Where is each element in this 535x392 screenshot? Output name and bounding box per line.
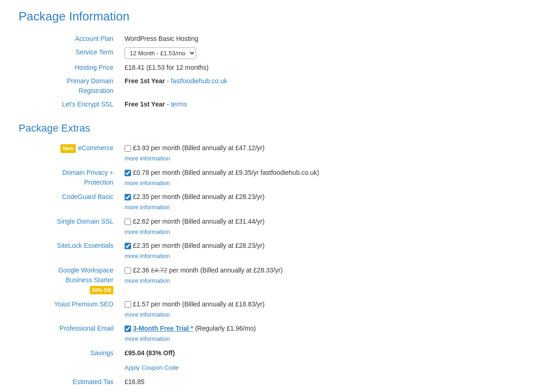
professional-email-regular: (Regularly £1.96/mo) <box>193 325 256 332</box>
primary-domain-link[interactable]: fastfoodiehub.co.uk <box>171 77 227 85</box>
primary-domain-free: Free 1st Year <box>125 77 165 85</box>
service-term-select[interactable]: 12 Month - £1.53/mo 24 Month - £1.30/mo … <box>125 47 196 59</box>
savings-label: Savings <box>19 346 121 360</box>
sitelock-checkbox[interactable] <box>125 243 131 249</box>
ssl-terms-link[interactable]: terms <box>171 100 187 108</box>
ecommerce-new-badge: New <box>60 144 76 153</box>
single-ssl-label: Single Domain SSL <box>19 214 121 239</box>
domain-privacy-price: £0.78 per month (Billed annually at £9.3… <box>133 169 319 176</box>
professional-email-label: Professional Email <box>19 321 121 346</box>
ecommerce-price: £3.93 per month (Billed annually at £47.… <box>133 144 264 152</box>
extras-title: Package Extras <box>19 122 516 134</box>
codeguard-value: £2.35 per month (Billed annually at £28.… <box>121 190 516 214</box>
tax-label: Estimated Tax <box>19 375 121 389</box>
single-ssl-price: £2.62 per month (Billed annually at £31.… <box>133 218 264 225</box>
yoast-price: £1.57 per month (Billed annually at £18.… <box>133 300 264 308</box>
savings-text: £95.04 (83% Off) <box>125 349 175 357</box>
total-row: Total £101.07 Add tax exemption <box>19 389 516 392</box>
google-workspace-price-strike: £4.72 <box>151 266 167 274</box>
codeguard-more-info[interactable]: more information <box>125 203 513 212</box>
domain-privacy-value: £0.78 per month (Billed annually at £9.3… <box>121 166 516 190</box>
yoast-value: £1.57 per month (Billed annually at £18.… <box>121 297 516 322</box>
google-workspace-checkbox[interactable] <box>125 267 131 274</box>
ssl-value: Free 1st Year - terms <box>121 98 516 111</box>
savings-row: Savings £95.04 (83% Off) <box>19 346 516 360</box>
savings-value: £95.04 (83% Off) <box>121 346 516 360</box>
yoast-label: Yoast Premium SEO <box>19 297 121 322</box>
tax-value: £16.85 <box>121 375 516 389</box>
apply-coupon-link[interactable]: Apply Coupon Code <box>125 364 178 371</box>
service-term-value: 12 Month - £1.53/mo 24 Month - £1.30/mo … <box>121 46 516 61</box>
package-info-table: Account Plan WordPress Basic Hosting Ser… <box>19 32 516 111</box>
account-plan-value: WordPress Basic Hosting <box>121 32 516 46</box>
ecommerce-label: NeweCommerce <box>19 141 121 166</box>
sitelock-more-info[interactable]: more information <box>125 252 513 261</box>
ecommerce-value: £3.93 per month (Billed annually at £47.… <box>121 141 516 166</box>
ecommerce-row: NeweCommerce £3.93 per month (Billed ann… <box>19 141 516 166</box>
single-ssl-value: £2.62 per month (Billed annually at £31.… <box>121 214 516 239</box>
ecommerce-checkbox[interactable] <box>125 145 131 152</box>
yoast-more-info[interactable]: more information <box>125 310 513 319</box>
sitelock-price: £2.35 per month (Billed annually at £28.… <box>133 242 264 249</box>
professional-email-checkbox[interactable] <box>125 326 131 332</box>
google-workspace-row: Google WorkspaceBusiness Starter 50% Off… <box>19 263 516 297</box>
professional-email-trial-link[interactable]: 3-Month Free Trial * <box>133 325 193 332</box>
sitelock-value: £2.35 per month (Billed annually at £28.… <box>121 239 516 263</box>
tax-row: Estimated Tax £16.85 <box>19 375 516 389</box>
single-ssl-checkbox[interactable] <box>125 219 131 225</box>
domain-privacy-row: Domain Privacy +Protection £0.78 per mon… <box>19 166 516 190</box>
google-workspace-price-after: per month (Billed annually at £28.33/yr) <box>167 266 283 274</box>
codeguard-label: CodeGuard Basic <box>19 190 121 214</box>
ssl-free-text: Free 1st Year <box>125 100 165 108</box>
total-label: Total <box>19 389 121 392</box>
coupon-value: Apply Coupon Code <box>121 360 516 375</box>
coupon-row: Apply Coupon Code <box>19 360 516 375</box>
ecommerce-more-info[interactable]: more information <box>125 154 513 163</box>
hosting-price-label: Hosting Price <box>19 61 121 74</box>
service-term-row: Service Term 12 Month - £1.53/mo 24 Mont… <box>19 46 516 61</box>
domain-privacy-checkbox[interactable] <box>125 170 131 176</box>
hosting-price-row: Hosting Price £18.41 (£1.53 for 12 month… <box>19 61 516 74</box>
codeguard-checkbox[interactable] <box>125 194 131 200</box>
codeguard-row: CodeGuard Basic £2.35 per month (Billed … <box>19 190 516 214</box>
sitelock-label: SiteLock Essentials <box>19 239 121 263</box>
account-plan-row: Account Plan WordPress Basic Hosting <box>19 32 516 46</box>
single-ssl-more-info[interactable]: more information <box>125 227 513 237</box>
google-workspace-label: Google WorkspaceBusiness Starter 50% Off <box>19 263 121 297</box>
google-workspace-price-before: £2.36 <box>133 266 151 274</box>
codeguard-price: £2.35 per month (Billed annually at £28.… <box>133 193 264 200</box>
domain-privacy-more-info[interactable]: more information <box>125 179 513 188</box>
professional-email-value: 3-Month Free Trial * (Regularly £1.96/mo… <box>121 321 516 346</box>
primary-domain-value: Free 1st Year - fastfoodiehub.co.uk <box>121 74 516 98</box>
page-title: Package Information <box>19 9 516 24</box>
primary-domain-label: Primary Domain Registration <box>19 74 121 98</box>
professional-email-more-info[interactable]: more information <box>125 334 513 344</box>
primary-domain-row: Primary Domain Registration Free 1st Yea… <box>19 74 516 98</box>
yoast-checkbox[interactable] <box>125 301 131 308</box>
yoast-row: Yoast Premium SEO £1.57 per month (Bille… <box>19 297 516 322</box>
professional-email-row: Professional Email 3-Month Free Trial * … <box>19 321 516 346</box>
sitelock-row: SiteLock Essentials £2.35 per month (Bil… <box>19 239 516 263</box>
total-value: £101.07 Add tax exemption <box>121 389 516 392</box>
ssl-label: Let's Encrypt SSL <box>19 98 121 111</box>
hosting-price-value: £18.41 (£1.53 for 12 months) <box>121 61 516 74</box>
ssl-separator: - <box>165 100 171 108</box>
ssl-row: Let's Encrypt SSL Free 1st Year - terms <box>19 98 516 111</box>
account-plan-label: Account Plan <box>19 32 121 46</box>
google-workspace-value: £2.36 £4.72 per month (Billed annually a… <box>121 263 516 297</box>
google-workspace-more-info[interactable]: more information <box>125 276 513 286</box>
service-term-label: Service Term <box>19 46 121 61</box>
extras-table: NeweCommerce £3.93 per month (Billed ann… <box>19 141 516 392</box>
primary-domain-separator: - <box>165 77 171 85</box>
coupon-label-empty <box>19 360 121 375</box>
google-workspace-badge: 50% Off <box>90 286 113 295</box>
domain-privacy-label: Domain Privacy +Protection <box>19 166 121 190</box>
single-ssl-row: Single Domain SSL £2.62 per month (Bille… <box>19 214 516 239</box>
